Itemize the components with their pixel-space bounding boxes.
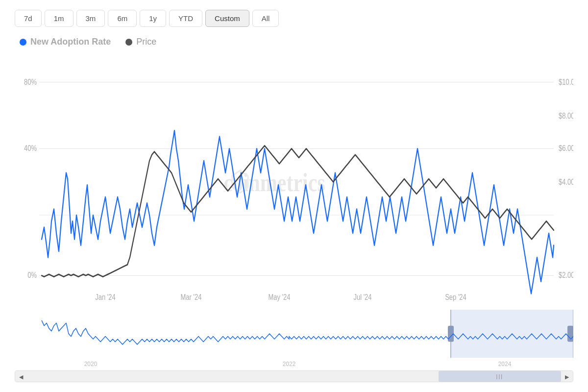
svg-text:$2.00: $2.00 bbox=[559, 271, 573, 280]
mini-chart-wrapper[interactable]: 2020 2022 2024 bbox=[15, 310, 573, 368]
main-chart-svg: 80% 40% 0% $10.00 $8.00 $6.00 $4.00 $2.0… bbox=[15, 52, 573, 306]
legend-label-price: Price bbox=[136, 37, 156, 47]
svg-text:80%: 80% bbox=[24, 77, 37, 86]
legend-dot-price bbox=[125, 39, 132, 46]
filter-all[interactable]: All bbox=[252, 10, 279, 27]
filter-1y[interactable]: 1y bbox=[140, 10, 166, 27]
scrollbar-container[interactable]: ◀ ||| ▶ bbox=[15, 370, 573, 382]
svg-text:May '24: May '24 bbox=[268, 293, 290, 301]
svg-text:$10.00: $10.00 bbox=[559, 77, 573, 86]
filter-1m[interactable]: 1m bbox=[45, 10, 74, 27]
filter-ytd[interactable]: YTD bbox=[169, 10, 202, 27]
filter-6m[interactable]: 6m bbox=[108, 10, 137, 27]
svg-text:$4.00: $4.00 bbox=[559, 178, 573, 187]
svg-text:Sep '24: Sep '24 bbox=[445, 293, 466, 301]
scroll-left-arrow[interactable]: ◀ bbox=[15, 371, 27, 382]
svg-text:Jan '24: Jan '24 bbox=[95, 293, 115, 301]
legend-label-adoption: New Adoption Rate bbox=[30, 37, 111, 47]
chart-area: 80% 40% 0% $10.00 $8.00 $6.00 $4.00 $2.0… bbox=[15, 52, 573, 382]
svg-text:2024: 2024 bbox=[498, 360, 512, 368]
scrollbar-track[interactable]: ◀ ||| ▶ bbox=[15, 370, 573, 382]
main-chart-wrapper[interactable]: 80% 40% 0% $10.00 $8.00 $6.00 $4.00 $2.0… bbox=[15, 52, 573, 306]
svg-text:$6.00: $6.00 bbox=[559, 144, 573, 153]
svg-text:40%: 40% bbox=[24, 144, 37, 153]
svg-text:2022: 2022 bbox=[283, 360, 296, 368]
filter-3m[interactable]: 3m bbox=[76, 10, 105, 27]
svg-text:0%: 0% bbox=[27, 271, 37, 280]
chart-legend: New Adoption Rate Price bbox=[15, 37, 573, 47]
filter-7d[interactable]: 7d bbox=[15, 10, 42, 27]
legend-item-price: Price bbox=[125, 37, 156, 47]
scrollbar-thumb[interactable]: ||| bbox=[439, 371, 561, 382]
svg-text:2020: 2020 bbox=[84, 360, 98, 368]
time-filter-bar: 7d 1m 3m 6m 1y YTD Custom All bbox=[15, 10, 573, 27]
svg-text:Jul '24: Jul '24 bbox=[353, 293, 371, 301]
svg-text:$8.00: $8.00 bbox=[559, 111, 573, 120]
filter-custom[interactable]: Custom bbox=[205, 10, 249, 27]
legend-dot-adoption bbox=[20, 39, 26, 46]
svg-rect-26 bbox=[567, 326, 573, 342]
scrollbar-handle-icon: ||| bbox=[496, 373, 504, 379]
svg-text:Mar '24: Mar '24 bbox=[181, 293, 202, 301]
main-container: 7d 1m 3m 6m 1y YTD Custom All New Adopti… bbox=[0, 0, 588, 392]
mini-chart-svg: 2020 2022 2024 bbox=[15, 310, 573, 368]
legend-item-adoption: New Adoption Rate bbox=[20, 37, 111, 47]
scroll-right-arrow[interactable]: ▶ bbox=[561, 371, 573, 382]
